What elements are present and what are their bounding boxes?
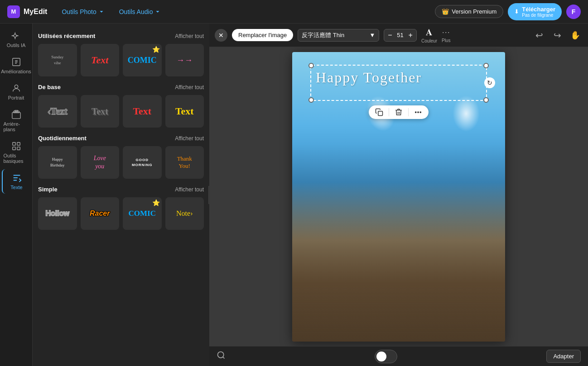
close-button[interactable]: ✕ [215,29,227,42]
section-recemment-title: Utilisées récemment [38,33,95,39]
redo-button[interactable]: ↪ [550,28,564,43]
sidebar-item-arriere-plans[interactable]: Arrière-plans [2,106,31,136]
replace-image-button[interactable]: Remplacer l'image [232,29,293,41]
more-options-text-button[interactable] [414,108,422,116]
card-text-outline[interactable]: ‹Text [38,95,77,128]
svg-rect-5 [12,143,15,145]
sidebar-item-texte[interactable]: Texte [2,169,31,194]
delete-text-button[interactable] [395,108,403,116]
card-hollow[interactable]: Hollow [38,197,77,230]
more-button[interactable]: ··· Plus [442,28,450,43]
handle-top-left[interactable] [308,63,314,68]
color-icon: 𝐀 [426,27,432,38]
card-racer[interactable]: Racer [81,197,120,230]
nav-audio-btn[interactable]: Outils Audio [116,6,165,17]
section-de-base-header: De base Afficher tout [38,84,204,90]
canvas-image-container: ↻ Happy Together [292,52,505,342]
svg-point-11 [418,111,419,112]
zoom-thumb [376,352,386,361]
text-selection-box[interactable]: ↻ Happy Together [310,65,487,101]
section-recemment-header: Utilisées récemment Afficher tout [38,33,204,39]
section-quotidiennement-title: Quotidiennement [38,135,87,142]
svg-line-14 [223,357,225,359]
svg-rect-8 [17,147,19,150]
copy-text-button[interactable] [375,108,383,116]
svg-rect-6 [17,143,19,145]
show-all-simple[interactable]: Afficher tout [175,186,204,193]
text-panel: Utilisées récemment Afficher tout Sunday… [33,24,209,366]
sidebar-item-outils-ia[interactable]: Outils IA [2,27,31,52]
sparkle-right [453,95,480,132]
adapt-button[interactable]: Adapter [546,350,581,363]
panel-collapse-btn[interactable]: ‹ [208,186,209,204]
sidebar-item-portrait[interactable]: Portrait [2,80,31,104]
canvas-editable-text[interactable]: Happy Together [316,69,472,86]
zoom-toggle[interactable] [375,350,397,363]
text-action-bar [369,105,429,119]
toolbar-right-btns: ↩ ↪ ✋ [532,28,583,43]
section-de-base-title: De base [38,84,61,90]
topbar-right: 👑 Version Premium ⬇ Télécharger Pas de f… [435,3,581,20]
card-comic2-emoji: ⭐ [152,199,160,206]
font-size-control: − 51 + [384,29,417,42]
font-size-increase[interactable]: + [409,31,413,39]
section-simple-header: Simple Afficher tout [38,186,204,193]
font-size-decrease[interactable]: − [388,31,392,39]
card-text-red[interactable]: Text [81,44,120,76]
handle-bottom-left[interactable] [308,97,314,103]
sidebar-item-outils-basiques[interactable]: Outils basiques [2,138,31,167]
user-avatar[interactable]: F [566,5,581,19]
show-all-de-base[interactable]: Afficher tout [175,84,204,90]
show-all-recemment[interactable]: Afficher tout [175,33,204,39]
cards-quotidiennement: HappyBirthday Loveyou GOODMORNING ThankY… [38,146,204,179]
undo-button[interactable]: ↩ [532,28,546,43]
svg-point-1 [14,85,18,88]
card-comic-color[interactable]: ⭐ COMIC [123,44,162,76]
section-simple-title: Simple [38,186,58,193]
cards-de-base: ‹Text Text Text Text [38,95,204,128]
icon-sidebar: Outils IA Améliorations Portrait Arrière… [0,24,33,366]
sidebar-item-ameliorations[interactable]: Améliorations [2,53,31,78]
card-good-morning[interactable]: GOODMORNING [123,146,162,179]
canvas-toolbar: ✕ Remplacer l'image 反字活應體 Thin ▼ − 51 + … [209,24,588,47]
canvas-area: ✕ Remplacer l'image 反字活應體 Thin ▼ − 51 + … [209,24,588,366]
show-all-quotidiennement[interactable]: Afficher tout [175,135,204,142]
cards-recemment: Sundayvibe Text ⭐ COMIC →→ [38,44,204,76]
topbar: M MyEdit Outils Photo Outils Audio 👑 Ver… [0,0,588,24]
canvas-viewport: ↻ Happy Together [209,47,588,346]
card-love-you[interactable]: Loveyou [81,146,120,179]
svg-rect-2 [12,112,20,119]
card-text-shadow[interactable]: Text [81,95,120,128]
color-button[interactable]: 𝐀 Couleur [421,27,437,43]
main-layout: Outils IA Améliorations Portrait Arrière… [0,24,588,366]
font-selector[interactable]: 反字活應體 Thin ▼ [298,29,379,42]
card-comic2[interactable]: ⭐ COMIC [123,197,162,230]
card-note[interactable]: Note› [165,197,204,230]
card-emoji-badge: ⭐ [152,46,160,53]
svg-point-10 [415,111,416,112]
handle-top-right[interactable] [483,63,489,68]
hand-tool-button[interactable]: ✋ [568,28,583,43]
download-button[interactable]: ⬇ Télécharger Pas de filigrane [508,3,562,20]
card-sunday-vibe[interactable]: Sundayvibe [38,44,77,76]
card-text-yellow[interactable]: Text [165,95,204,128]
card-arrow[interactable]: →→ [165,44,204,76]
premium-button[interactable]: 👑 Version Premium [435,5,503,18]
logo-icon: M [7,5,20,18]
svg-rect-9 [378,111,383,115]
cards-simple: Hollow Racer ⭐ COMIC Note› [38,197,204,230]
svg-rect-7 [12,147,15,150]
svg-point-13 [218,352,224,358]
logo-area: M MyEdit [7,5,47,18]
svg-point-12 [420,111,421,112]
card-thank-you[interactable]: ThankYou! [165,146,204,179]
card-happy-birthday[interactable]: HappyBirthday [38,146,77,179]
rotate-handle[interactable]: ↻ [484,77,495,88]
handle-bottom-right[interactable] [483,97,489,103]
nav-photo-btn[interactable]: Outils Photo [58,6,108,17]
search-button[interactable] [217,351,226,362]
font-size-value: 51 [395,32,406,38]
card-text-red2[interactable]: Text [123,95,162,128]
app-name: MyEdit [24,8,47,16]
more-dots-icon: ··· [442,28,450,37]
